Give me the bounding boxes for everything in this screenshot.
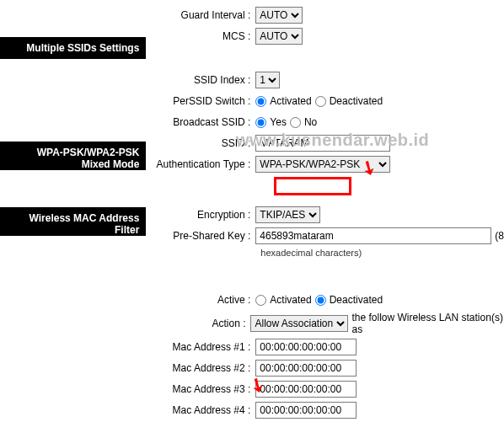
mac-addr-4-input[interactable]: [255, 402, 357, 419]
psk-input[interactable]: [255, 227, 491, 244]
section-multiple-ssids: Multiple SSIDs Settings: [0, 37, 146, 59]
yes-text: Yes: [270, 116, 287, 128]
mac-active-label: Active :: [146, 294, 255, 306]
ssid-index-label: SSID Index :: [146, 74, 255, 86]
mac-action-label: Action :: [146, 318, 250, 329]
mac-addr-3-label: Mac Address #3 :: [146, 383, 255, 395]
annotation-psk-box: [274, 177, 351, 195]
mac-addr-3-input[interactable]: [255, 381, 357, 398]
broadcast-yes-radio[interactable]: [255, 117, 266, 128]
psk-suffix: (8: [495, 230, 504, 242]
mac-action-select[interactable]: Allow Association: [250, 315, 348, 332]
mac-action-suffix: the follow Wireless LAN station(s) as: [351, 312, 504, 335]
deactivated-text: Deactivated: [330, 95, 383, 107]
broadcast-ssid-label: Broadcast SSID :: [146, 116, 255, 128]
section-mac-filter: Wireless MAC Address Filter: [0, 207, 146, 236]
section-wpa-mode: WPA-PSK/WPA2-PSK Mixed Mode: [0, 142, 146, 170]
broadcast-no-radio[interactable]: [290, 117, 301, 128]
perssid-switch-label: PerSSID Switch :: [146, 95, 255, 107]
encryption-label: Encryption :: [146, 209, 255, 221]
guard-interval-select[interactable]: AUTO: [255, 7, 303, 24]
mcs-label: MCS :: [146, 30, 255, 42]
mac-activated-text: Activated: [270, 294, 311, 306]
psk-label: Pre-Shared Key :: [146, 230, 255, 242]
mac-addr-2-label: Mac Address #2 :: [146, 362, 255, 374]
perssid-deactivated-radio[interactable]: [315, 96, 326, 107]
ssid-input[interactable]: [255, 135, 390, 152]
psk-note: hexadecimal characters): [255, 248, 504, 258]
no-text: No: [304, 116, 317, 128]
mac-activated-radio[interactable]: [255, 295, 266, 306]
mac-deactivated-text: Deactivated: [330, 294, 383, 306]
ssid-index-select[interactable]: 1: [255, 72, 280, 88]
perssid-activated-radio[interactable]: [255, 96, 266, 107]
encryption-select[interactable]: TKIP/AES: [255, 206, 320, 223]
ssid-label: SSID :: [146, 137, 255, 149]
mac-addr-1-label: Mac Address #1 :: [146, 341, 255, 353]
mcs-select[interactable]: AUTO: [255, 28, 303, 45]
mac-deactivated-radio[interactable]: [315, 295, 326, 306]
mac-addr-1-input[interactable]: [255, 339, 357, 355]
auth-type-label: Authentication Type :: [146, 158, 255, 170]
mac-addr-2-input[interactable]: [255, 360, 357, 377]
guard-interval-label: Guard Interval :: [146, 9, 255, 21]
mac-addr-4-label: Mac Address #4 :: [146, 404, 255, 416]
activated-text: Activated: [270, 95, 311, 107]
